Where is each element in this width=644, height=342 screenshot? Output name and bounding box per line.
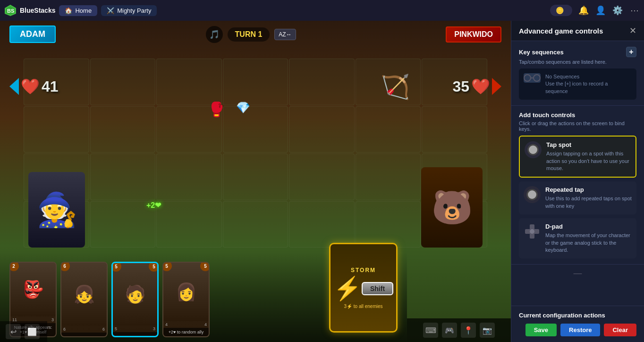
game-tab[interactable]: ⚔️ Mighty Party bbox=[101, 5, 157, 16]
grid-cell bbox=[289, 59, 355, 105]
key-sequences-section: Key sequences + Tap/combo sequences are … bbox=[511, 41, 644, 106]
grid-cell bbox=[223, 59, 288, 105]
game-grid bbox=[24, 59, 487, 248]
repeated-tap-icon bbox=[524, 186, 541, 203]
home-tab[interactable]: 🏠 Home bbox=[59, 5, 97, 16]
dash-separator: — bbox=[511, 265, 644, 282]
coin-display: 🪙 bbox=[550, 5, 572, 16]
tap-spot-name: Tap spot bbox=[546, 141, 631, 148]
save-button[interactable]: Save bbox=[525, 324, 557, 336]
game-card-2[interactable]: 5 5 🧑 53 bbox=[111, 262, 159, 337]
player-right-name: PINKWIDO bbox=[446, 26, 501, 43]
panel-close-button[interactable]: ✕ bbox=[629, 26, 636, 35]
clear-button[interactable]: Clear bbox=[604, 324, 636, 336]
card-art-3: 👩 bbox=[163, 263, 209, 321]
dpad-name: D-pad bbox=[545, 223, 632, 230]
config-buttons: Save Restore Clear bbox=[519, 324, 636, 336]
card-stat-right-3: 5 bbox=[200, 262, 210, 271]
keyboard-icon[interactable]: ⌨ bbox=[423, 323, 438, 338]
dpad-desc: Map the movement of your character or th… bbox=[545, 232, 632, 254]
panel-spacer bbox=[511, 282, 644, 306]
camera-icon[interactable]: 📷 bbox=[480, 323, 495, 338]
key-sequences-title-row: Key sequences + bbox=[519, 47, 636, 57]
notification-icon[interactable]: 🔔 bbox=[578, 5, 589, 16]
no-sequences-text: No Sequences Use the [+] icon to record … bbox=[545, 73, 632, 95]
grid-cell bbox=[356, 154, 421, 200]
touch-controls-section: Add touch controls Click or drag the act… bbox=[511, 106, 644, 265]
gamepad-icon[interactable]: 🎮 bbox=[442, 323, 457, 338]
top-bar-right: 🪙 🔔 👤 ⚙️ ⋯ bbox=[550, 5, 640, 16]
bluestacks-logo: BS BlueStacks bbox=[4, 4, 55, 17]
tap-spot-inner-circle bbox=[527, 144, 539, 155]
grid-cell bbox=[422, 106, 487, 153]
storm-card[interactable]: STORM ⚡ Shift 3⚡ to all enemies bbox=[329, 243, 398, 333]
dpad-info: D-pad Map the movement of your character… bbox=[545, 223, 632, 254]
menu-icon[interactable]: ⋯ bbox=[629, 5, 640, 16]
repeated-tap-info: Repeated tap Use this to add repeated ta… bbox=[545, 186, 632, 210]
key-sequences-desc: Tap/combo sequences are listed here. bbox=[519, 59, 636, 65]
grid-cell bbox=[24, 106, 89, 153]
svg-text:BS: BS bbox=[7, 8, 14, 14]
bluestacks-icon: BS bbox=[4, 4, 17, 17]
top-bar: BS BlueStacks 🏠 Home ⚔️ Mighty Party 🪙 🔔… bbox=[0, 0, 644, 21]
card-stats-1: 66 bbox=[61, 326, 107, 333]
location-icon[interactable]: 📍 bbox=[461, 323, 476, 338]
character-left: 🧙 bbox=[28, 172, 85, 248]
home-button[interactable]: ⬜ bbox=[25, 324, 40, 339]
svg-point-3 bbox=[524, 75, 531, 81]
grid-cell bbox=[90, 106, 156, 153]
item-gem: 💎 bbox=[236, 101, 250, 114]
panel-header: Advanced game controls ✕ bbox=[511, 21, 644, 41]
game-card-3[interactable]: 5 5 👩 44 +2♥ to random ally bbox=[162, 262, 210, 337]
grid-cell bbox=[289, 106, 355, 153]
card-desc-3: +2♥ to random ally bbox=[163, 328, 209, 336]
home-icon: 🏠 bbox=[65, 7, 72, 14]
panel-title: Advanced game controls bbox=[519, 27, 603, 35]
profile-icon[interactable]: 👤 bbox=[595, 5, 606, 16]
repeated-tap-item[interactable]: Repeated tap Use this to add repeated ta… bbox=[519, 181, 636, 214]
storm-shift-key: Shift bbox=[362, 282, 393, 295]
grid-cell bbox=[90, 59, 156, 105]
repeated-tap-inner-circle bbox=[526, 189, 538, 200]
undo-button[interactable]: ↩ bbox=[6, 324, 21, 339]
dpad-item[interactable]: D-pad Map the movement of your character… bbox=[519, 218, 636, 258]
tap-spot-desc: Assign tapping on a spot with this actio… bbox=[546, 150, 631, 172]
add-sequence-button[interactable]: + bbox=[626, 47, 636, 57]
card-stat-right-2: 5 bbox=[149, 262, 159, 272]
touch-controls-desc: Click or drag the actions on the screen … bbox=[519, 120, 636, 132]
restore-button[interactable]: Restore bbox=[560, 324, 600, 336]
storm-desc: 3⚡ to all enemies bbox=[344, 304, 382, 309]
no-sequences-label: No Sequences bbox=[545, 73, 632, 80]
coin-icon: 🪙 bbox=[556, 7, 564, 14]
game-card-1[interactable]: 6 👧 66 bbox=[60, 262, 108, 337]
character-right: 🐻 bbox=[421, 167, 483, 248]
hp-arrow-left bbox=[9, 78, 19, 95]
home-tab-label: Home bbox=[75, 7, 92, 14]
card-art-2: 🧑 bbox=[113, 263, 157, 325]
tap-spot-item[interactable]: Tap spot Assign tapping on a spot with t… bbox=[519, 136, 636, 178]
grid-cell bbox=[223, 154, 288, 200]
translate-button[interactable]: AZ↔ bbox=[274, 29, 296, 40]
repeated-tap-desc: Use this to add repeated taps on spot wi… bbox=[545, 195, 632, 210]
tap-spot-info: Tap spot Assign tapping on a spot with t… bbox=[546, 141, 631, 172]
turn-label: TURN 1 bbox=[235, 30, 263, 39]
settings-icon[interactable]: ⚙️ bbox=[612, 5, 623, 16]
storm-label: STORM bbox=[351, 267, 376, 274]
repeated-tap-name: Repeated tap bbox=[545, 186, 632, 193]
powerup-heart: +2❤ bbox=[146, 201, 161, 210]
no-sequences-box: No Sequences Use the [+] icon to record … bbox=[519, 68, 636, 100]
bottom-toolbar: ⌨ 🎮 📍 📷 bbox=[407, 318, 511, 342]
grid-cell bbox=[156, 59, 222, 105]
music-icon[interactable]: 🎵 bbox=[206, 26, 223, 43]
config-section: Current configuration actions Save Resto… bbox=[511, 306, 644, 342]
storm-icon: ⚡ bbox=[333, 275, 362, 302]
grid-cell bbox=[356, 201, 421, 248]
grid-cell bbox=[289, 154, 355, 200]
touch-controls-title: Add touch controls bbox=[519, 111, 636, 119]
card-art-1: 👧 bbox=[61, 263, 107, 326]
no-sequences-hint: Use the [+] icon to record a sequence bbox=[545, 80, 632, 95]
item-glove: 🥊 bbox=[208, 101, 225, 118]
game-hud-top: ADAM 🎵 TURN 1 AZ↔ PINKWIDO bbox=[0, 21, 511, 48]
game-area: ADAM 🎵 TURN 1 AZ↔ PINKWIDO ❤️ 41 35 ❤️ bbox=[0, 21, 511, 342]
player-left-name: ADAM bbox=[9, 26, 56, 43]
